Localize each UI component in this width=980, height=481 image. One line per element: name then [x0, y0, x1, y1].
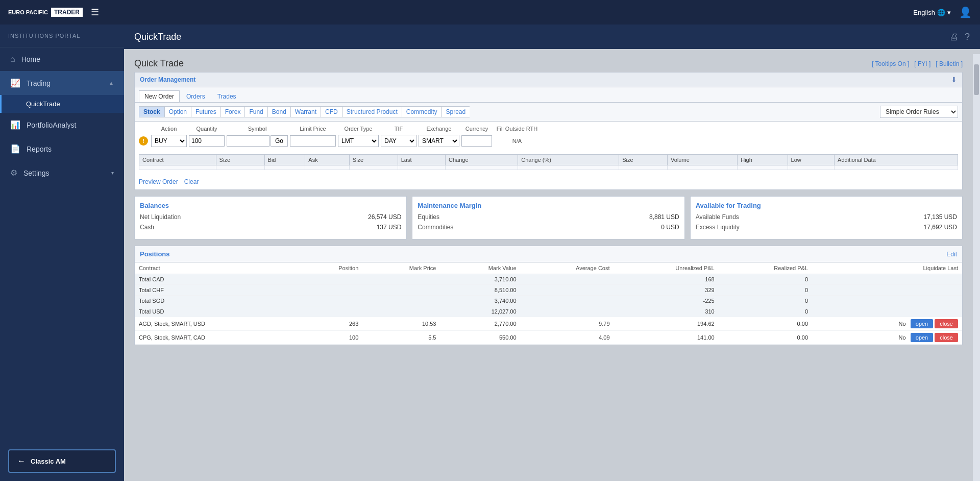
order-form-inputs: ! BUY SELL: [139, 135, 958, 147]
excess-liquidity-value: 17,692 USD: [924, 224, 957, 231]
go-button[interactable]: Go: [271, 135, 288, 147]
markvalue-cell: 12,027.00: [440, 306, 520, 317]
table-row: Total CAD 3,710.00 168 0: [135, 274, 962, 285]
scroll-thumb[interactable]: [974, 64, 979, 95]
trading-icon: 📈: [10, 78, 20, 88]
asset-tab-structured-product[interactable]: Structured Product: [342, 106, 402, 117]
table-row: CPG, Stock, SMART, CAD 100 5.5 550.00 4.…: [135, 331, 962, 345]
asset-tab-cfd[interactable]: CFD: [321, 106, 342, 117]
bulletin-button[interactable]: [ Bulletin ]: [936, 60, 963, 67]
tab-new-order[interactable]: New Order: [139, 90, 180, 102]
sidebar-item-reports[interactable]: 📄 Reports: [0, 137, 124, 161]
sidebar-item-home[interactable]: ⌂ Home: [0, 47, 124, 71]
asset-tab-stock[interactable]: Stock: [139, 106, 164, 117]
panel-title: Order Management: [140, 76, 195, 83]
markvalue-cell: 3,710.00: [440, 274, 520, 285]
sidebar-sub-label: QuickTrade: [26, 100, 60, 108]
order-type-select[interactable]: LMT MKT STP: [338, 135, 379, 147]
sidebar-item-settings[interactable]: ⚙ Settings ▾: [0, 161, 124, 185]
order-rules-select[interactable]: Simple Order Rules: [880, 106, 958, 118]
excess-liquidity-label: Excess Liquidity: [696, 224, 740, 231]
tif-select[interactable]: DAY GTC IOC: [381, 135, 416, 147]
fyi-button[interactable]: [ FYI ]: [914, 60, 930, 67]
vertical-scrollbar[interactable]: [973, 54, 980, 481]
realizedpl-cell: 0: [719, 306, 812, 317]
open-button[interactable]: open: [911, 319, 933, 328]
available-for-trading-title: Available for Trading: [696, 202, 957, 209]
order-tab-bar: New Order Orders Trades: [135, 87, 962, 103]
liquidatelast-cell: [812, 285, 962, 296]
sidebar-item-trading[interactable]: 📈 Trading ▲: [0, 71, 124, 95]
collapse-icon[interactable]: ⬇: [951, 76, 957, 84]
summary-boxes: Balances Net Liquidation 26,574 USD Cash…: [134, 196, 963, 239]
print-icon[interactable]: 🖨: [949, 32, 959, 42]
symbol-input[interactable]: [227, 135, 270, 147]
limit-price-input[interactable]: [290, 135, 336, 147]
contract-cell: Total CAD: [135, 274, 300, 285]
asset-tab-bond[interactable]: Bond: [267, 106, 290, 117]
cash-label: Cash: [140, 224, 154, 231]
close-button[interactable]: close: [935, 333, 958, 342]
col-additional-data: Additional Data: [835, 155, 958, 165]
language-label: English: [913, 9, 935, 16]
page-title: Quick Trade: [134, 58, 184, 69]
cell-contract: [139, 165, 216, 170]
avgcost-cell: [521, 296, 614, 306]
cell-size2: [349, 165, 398, 170]
preview-order-link[interactable]: Preview Order: [139, 178, 178, 185]
balances-title: Balances: [140, 202, 401, 209]
sidebar-item-portfolioanalyst[interactable]: 📊 PortfolioAnalyst: [0, 113, 124, 137]
col-markvalue-header: Mark Value: [440, 262, 520, 274]
language-selector[interactable]: English 🌐 ▾: [913, 9, 951, 16]
asset-tab-forex[interactable]: Forex: [220, 106, 245, 117]
asset-tab-warrant[interactable]: Warrant: [290, 106, 321, 117]
currency-input[interactable]: [461, 135, 492, 147]
sidebar-item-quicktrade[interactable]: QuickTrade: [0, 95, 124, 113]
top-bar-left: EURO PACIFIC TRADER ☰: [8, 7, 99, 18]
markprice-cell: 5.5: [362, 331, 440, 345]
hamburger-icon[interactable]: ☰: [91, 7, 99, 18]
positions-table-header: Contract Position Mark Price Mark Value …: [135, 262, 962, 274]
net-liquidation-row: Net Liquidation 26,574 USD: [140, 213, 401, 221]
available-for-trading-box: Available for Trading Available Funds 17…: [690, 196, 963, 239]
asset-tab-fund[interactable]: Fund: [244, 106, 267, 117]
commodities-value: 0 USD: [661, 224, 679, 231]
positions-title: Positions: [140, 250, 170, 258]
available-funds-row: Available Funds 17,135 USD: [696, 213, 957, 221]
realizedpl-cell: 0: [719, 296, 812, 306]
equities-label: Equities: [418, 213, 439, 221]
asset-tab-commodity[interactable]: Commodity: [402, 106, 442, 117]
classic-am-button[interactable]: ← Classic AM: [8, 449, 116, 473]
chevron-up-icon: ▲: [109, 80, 114, 86]
col-size2: Size: [349, 155, 398, 165]
markprice-cell: 10.53: [362, 317, 440, 331]
clear-link[interactable]: Clear: [184, 178, 199, 185]
help-icon[interactable]: ?: [965, 32, 970, 42]
contract-cell: CPG, Stock, SMART, CAD: [135, 331, 300, 345]
position-cell: [300, 274, 362, 285]
positions-edit-button[interactable]: Edit: [946, 251, 957, 258]
asset-tab-spread[interactable]: Spread: [441, 106, 470, 117]
logo-trader: TRADER: [51, 8, 83, 17]
tooltips-button[interactable]: [ Tooltips On ]: [872, 60, 909, 67]
order-rules-container: Simple Order Rules: [880, 106, 958, 118]
exchange-select[interactable]: SMART NYSE NASDAQ: [419, 135, 459, 147]
user-icon[interactable]: 👤: [959, 6, 972, 18]
page-toolbar: [ Tooltips On ] [ FYI ] [ Bulletin ]: [872, 60, 963, 67]
quantity-input[interactable]: [189, 135, 225, 147]
markprice-cell: [362, 285, 440, 296]
close-button[interactable]: close: [935, 319, 958, 328]
liquidate-no-label: No: [899, 321, 906, 327]
tab-orders[interactable]: Orders: [181, 90, 211, 102]
action-select[interactable]: BUY SELL: [151, 135, 187, 147]
cell-bid: [264, 165, 305, 170]
asset-tab-option[interactable]: Option: [164, 106, 191, 117]
asset-tab-futures[interactable]: Futures: [191, 106, 220, 117]
open-button[interactable]: open: [911, 333, 933, 342]
unrealizedpl-cell: -225: [614, 296, 719, 306]
cash-row: Cash 137 USD: [140, 224, 401, 231]
info-icon[interactable]: !: [139, 136, 148, 146]
tab-trades[interactable]: Trades: [212, 90, 242, 102]
table-row: Total CHF 8,510.00 329 0: [135, 285, 962, 296]
markprice-cell: [362, 306, 440, 317]
